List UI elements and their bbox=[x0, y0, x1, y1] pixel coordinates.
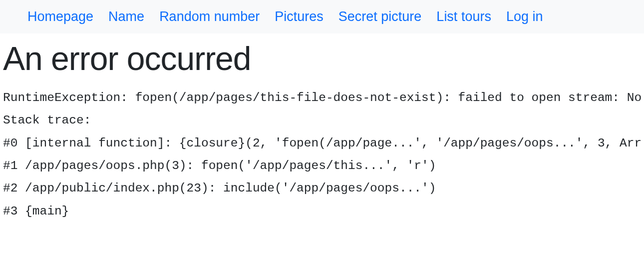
navbar: Homepage Name Random number Pictures Sec… bbox=[0, 0, 644, 34]
nav-link-log-in[interactable]: Log in bbox=[506, 9, 543, 24]
nav-link-name[interactable]: Name bbox=[108, 9, 144, 24]
stack-trace: RuntimeException: fopen(/app/pages/this-… bbox=[3, 86, 641, 228]
nav-link-random-number[interactable]: Random number bbox=[159, 9, 260, 24]
page-title: An error occurred bbox=[3, 40, 641, 78]
content: An error occurred RuntimeException: fope… bbox=[0, 34, 644, 228]
nav-link-pictures[interactable]: Pictures bbox=[275, 9, 323, 24]
nav-link-list-tours[interactable]: List tours bbox=[436, 9, 491, 24]
nav-link-homepage[interactable]: Homepage bbox=[27, 9, 93, 24]
nav-link-secret-picture[interactable]: Secret picture bbox=[338, 9, 422, 24]
